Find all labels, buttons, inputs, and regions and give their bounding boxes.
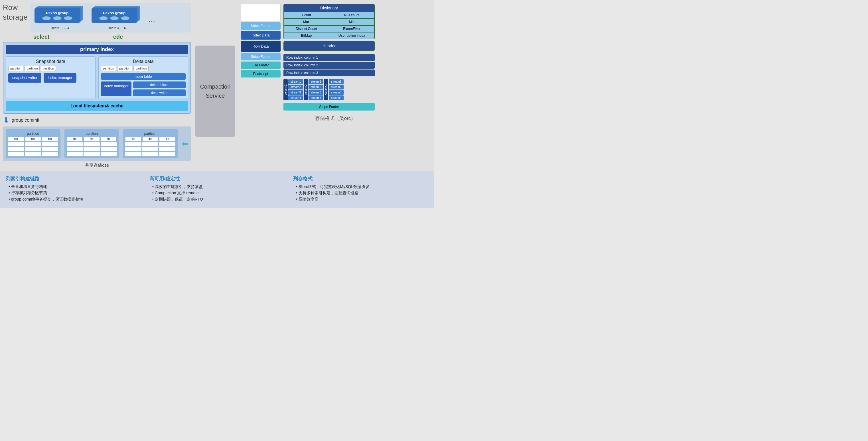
file-2c: file [101, 137, 117, 141]
index-data: Index Data [241, 31, 281, 40]
paxos-group-label-2: Paxos group [103, 11, 125, 15]
file-2b: file [84, 137, 100, 141]
paxos-group-2: Paxos group shard 4, 5, 6 [92, 6, 143, 30]
bottom-bullet-1-3: group commit事务提交，保证数据完整性 [6, 197, 141, 202]
column2-label: column2 [304, 79, 308, 100]
c2-stream1: stream1 [309, 79, 323, 84]
left-panel: Row storage Pax [3, 3, 191, 168]
main-container: Row storage Pax [0, 0, 434, 208]
column3-label: column3 [324, 79, 328, 100]
group-commit-label: group commit [12, 118, 39, 123]
partition-block-3-title: partition [125, 132, 175, 136]
right-panel: ...... Stripe Footer Index Data Row Data… [240, 3, 431, 168]
c2-stream2: stream2 [309, 84, 323, 90]
bottom-bullet-3-1: 类orc格式，可完整表达MySQL数据协议 [293, 184, 428, 190]
orc-dots-box: ...... [241, 4, 281, 21]
snapshot-buttons: snapshot writer Index manager [8, 73, 93, 82]
partition-1-files: file file file [8, 137, 58, 141]
delta-partition-3: partition [133, 66, 149, 71]
file-3c: file [159, 137, 175, 141]
snapshot-title: Snapshot data [8, 59, 93, 64]
c1-stream3: stream3 [288, 90, 303, 95]
orc-main-layout: ...... Stripe Footer Index Data Row Data… [241, 4, 430, 110]
max-cell: Max [284, 19, 329, 25]
bitmap-cell: BitMap [284, 32, 329, 39]
partition-files-row: partition file file file [3, 127, 191, 161]
column1-label: column1 [283, 79, 288, 100]
file-1b: file [25, 137, 41, 141]
partition-block-2: partition file file file [64, 129, 119, 158]
row-index-section: Row index: column 1 Row index: column 2 … [283, 54, 375, 76]
stripe-footer-mid: Stripe Footer [241, 53, 281, 60]
bottom-section: 列索引构建链路 全量和增量并行构建 行存和列存分区节藕 group commit… [0, 171, 434, 208]
bottom-title-1: 列索引构建链路 [6, 175, 141, 182]
row-index-col1: Row index: column 1 [283, 54, 375, 61]
delta-title: Delta data [101, 59, 186, 64]
bottom-col-3: 列存格式 类orc格式，可完整表达MySQL数据协议 支持多种索引构建，适配查询… [293, 175, 428, 203]
column2-group: column2 stream1 stream2 stream3 stream4 [304, 79, 323, 100]
header-box: Header [283, 41, 375, 51]
bottom-bullet-3-3: 压缩效率高 [293, 197, 428, 202]
c1-stream1: stream1 [288, 79, 303, 84]
c2-stream4: stream4 [309, 95, 323, 100]
file-3a: file [125, 137, 142, 141]
select-label: select [33, 34, 90, 40]
bottom-bullet-3-2: 支持多种索引构建，适配查询链路 [293, 191, 428, 196]
index-manager-btn-1: Index manager [43, 73, 76, 82]
local-fs-bar: Local filesystem& cache [6, 101, 188, 111]
delete-bitset-btn: delete bitset [133, 81, 186, 88]
file-2a: file [67, 137, 83, 141]
stripe-footer-bottom: Stripe Footer [283, 103, 375, 110]
file-3b: file [142, 137, 159, 141]
distinct-count-cell: Distinct Count [284, 25, 329, 32]
snapshot-partitions: partition partition partition [8, 66, 93, 71]
snapshot-partition-2: partition [25, 66, 40, 71]
paxos-group-label-1: Paxos group [46, 11, 68, 15]
columns-streams-section: column1 stream1 stream2 stream3 stream4 … [283, 79, 375, 100]
c3-stream4: stream4 [329, 95, 344, 100]
primary-index-bar: primary Index [6, 45, 188, 54]
delta-writer-btn: delta writer [133, 90, 186, 96]
shared-storage-label: 共享存储oss [3, 163, 191, 168]
delta-box: Delta data partition partition partition… [98, 57, 188, 99]
file-1c: file [42, 137, 58, 141]
bottom-bullet-2-1: 高效的主键索引，支持落盘 [149, 184, 285, 190]
row-index-col2: Row index: column 2 [283, 62, 375, 69]
paxos-shard-2: shard 4, 5, 6 [108, 26, 126, 30]
left-arrow-icon: ⬅ [182, 139, 188, 148]
delta-partition-2: partition [117, 66, 132, 71]
bloom-filter-cell: BloomFilter [329, 25, 374, 32]
group-commit-row: ⬇ group commit [3, 115, 191, 125]
bottom-bullet-1-2: 行存和列存分区节藕 [6, 191, 141, 196]
snapshot-delta-row: Snapshot data partition partition partit… [6, 57, 188, 99]
row-storage-label: Row storage [3, 3, 28, 22]
row-data: Row Data [241, 41, 281, 52]
main-blue-box: primary Index Snapshot data partition pa… [3, 42, 191, 114]
dictionary-table: Dictionary Count Null count Max Min Dist… [283, 4, 375, 39]
c3-stream1: stream1 [329, 79, 344, 84]
column2-streams: stream1 stream2 stream3 stream4 [309, 79, 323, 100]
c3-stream2: stream2 [329, 84, 344, 90]
bottom-bullet-1-1: 全量和增量并行构建 [6, 184, 141, 190]
postscript: Postscript [241, 70, 281, 77]
user-define-index-cell: User define index [329, 32, 374, 39]
c1-stream4: stream4 [288, 95, 303, 100]
delta-partitions: partition partition partition [101, 66, 186, 71]
snapshot-writer-btn: snapshot writer [8, 73, 41, 82]
paxos-shard-1: shard 1, 2, 3 [51, 26, 69, 30]
paxos-group-1: Paxos group shard 1, 2, 3 [34, 6, 86, 30]
snapshot-box: Snapshot data partition partition partit… [6, 57, 95, 99]
dots-label: ... [149, 15, 155, 24]
dictionary-header: Dictionary [284, 4, 374, 12]
storage-format-label: 存储格式（类orc） [241, 115, 430, 122]
column1-group: column1 stream1 stream2 stream3 stream4 [283, 79, 303, 100]
cdc-label: cdc [113, 34, 123, 40]
c1-stream2: stream2 [288, 84, 303, 90]
partition-block-1-title: partition [8, 132, 58, 136]
partition-block-3: partition file file file [123, 129, 178, 158]
stripe-footer-top: Stripe Footer [241, 22, 281, 30]
count-cell: Count [284, 12, 329, 19]
c3-stream3: stream3 [329, 90, 344, 95]
bottom-bullet-2-2: Compaction 支持 remote [149, 191, 285, 196]
compaction-service-area: Compaction Service [194, 26, 237, 157]
